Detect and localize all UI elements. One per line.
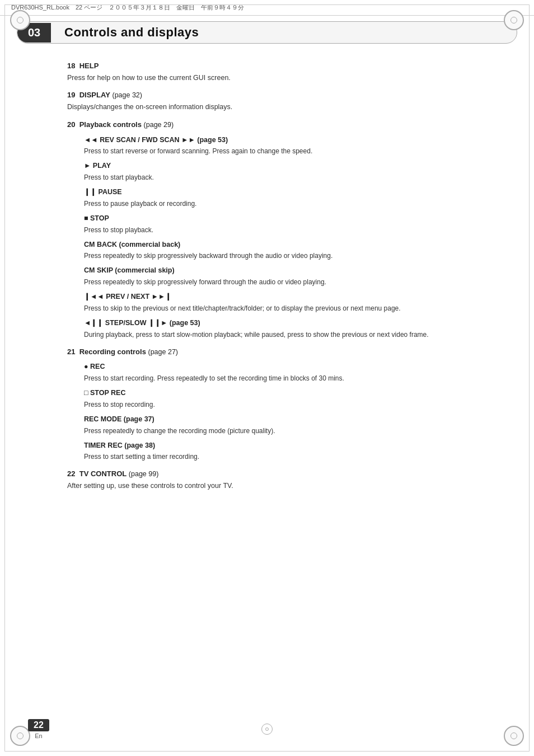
page-number: 22 bbox=[28, 719, 49, 731]
section-18-title: HELP bbox=[79, 62, 99, 70]
center-bottom-mark bbox=[261, 724, 273, 735]
file-header-text: DVR630HS_RL.book 22 ページ ２００５年３月１８日 金曜日 午… bbox=[11, 3, 244, 12]
subsection-step-slow-title: ◄❙❙ STEP/SLOW ❙❙► (page 53) bbox=[84, 318, 484, 328]
subsection-rec-title: ● REC bbox=[84, 361, 484, 372]
section-21-title: Recording controls bbox=[79, 348, 146, 356]
subsection-rec-mode-desc: Press repeatedly to change the recording… bbox=[84, 426, 484, 436]
corner-decoration-tl bbox=[10, 10, 30, 30]
corner-decoration-bl bbox=[10, 726, 30, 746]
subsection-cm-skip: CM SKIP (commercial skip) Press repeated… bbox=[84, 265, 484, 287]
subsection-prev-next-title: ❙◄◄ PREV / NEXT ►►❙ bbox=[84, 292, 484, 302]
subsection-cm-back-title: CM BACK (commercial back) bbox=[84, 240, 484, 250]
section-20-pageref: (page 29) bbox=[144, 121, 174, 129]
section-21-pageref: (page 27) bbox=[148, 348, 179, 356]
subsection-pause: ❙❙ PAUSE Press to pause playback or reco… bbox=[84, 187, 484, 209]
subsection-pause-title: ❙❙ PAUSE bbox=[84, 187, 484, 198]
subsection-timer-rec-title: TIMER REC (page 38) bbox=[84, 440, 484, 451]
subsection-rev-scan-desc: Press to start reverse or forward scanni… bbox=[84, 146, 484, 156]
corner-decoration-br bbox=[504, 726, 524, 746]
section-22: 22 TV CONTROL (page 99) After setting up… bbox=[67, 468, 484, 491]
subsection-prev-next: ❙◄◄ PREV / NEXT ►►❙ Press to skip to the… bbox=[84, 292, 484, 313]
subsection-rev-scan: ◄◄ REV SCAN / FWD SCAN ►► (page 53) Pres… bbox=[84, 135, 484, 157]
subsection-timer-rec-desc: Press to start setting a timer recording… bbox=[84, 452, 484, 462]
section-22-title: TV CONTROL bbox=[79, 469, 127, 478]
section-22-number: 22 bbox=[67, 469, 79, 478]
subsection-stop-rec: □ STOP REC Press to stop recording. bbox=[84, 388, 484, 410]
section-22-desc: After setting up, use these controls to … bbox=[67, 481, 484, 491]
subsection-cm-back: CM BACK (commercial back) Press repeated… bbox=[84, 240, 484, 261]
section-18-number: 18 bbox=[67, 62, 79, 70]
corner-decoration-tr bbox=[504, 10, 524, 30]
chapter-header: 03 Controls and displays bbox=[17, 21, 517, 44]
subsection-play-title: ► PLAY bbox=[84, 161, 484, 171]
section-18-desc: Press for help on how to use the current… bbox=[67, 73, 484, 83]
section-19-desc: Displays/changes the on-screen informati… bbox=[67, 102, 484, 112]
section-20: 20 Playback controls (page 29) ◄◄ REV SC… bbox=[67, 119, 484, 340]
subsection-rev-scan-title: ◄◄ REV SCAN / FWD SCAN ►► (page 53) bbox=[84, 135, 484, 145]
subsection-step-slow-desc: During playback, press to start slow-mot… bbox=[84, 330, 484, 340]
section-19: 19 DISPLAY (page 32) Displays/changes th… bbox=[67, 90, 484, 112]
section-20-title: Playback controls bbox=[79, 120, 142, 129]
subsection-prev-next-desc: Press to skip to the previous or next ti… bbox=[84, 303, 484, 313]
section-22-pageref: (page 99) bbox=[129, 470, 159, 478]
subsection-pause-desc: Press to pause playback or recording. bbox=[84, 199, 484, 209]
subsection-cm-skip-desc: Press repeatedly to skip progressively f… bbox=[84, 277, 484, 287]
subsection-play: ► PLAY Press to start playback. bbox=[84, 161, 484, 182]
section-19-number: 19 bbox=[67, 91, 79, 99]
section-19-pageref: (page 32) bbox=[112, 91, 142, 99]
subsection-rec-desc: Press to start recording. Press repeated… bbox=[84, 373, 484, 383]
page-footer: 22 En bbox=[28, 719, 49, 739]
section-22-header: 22 TV CONTROL (page 99) bbox=[67, 468, 484, 480]
subsection-stop-title: ■ STOP bbox=[84, 213, 484, 224]
subsection-rec: ● REC Press to start recording. Press re… bbox=[84, 361, 484, 383]
subsection-stop: ■ STOP Press to stop playback. bbox=[84, 213, 484, 235]
subsection-cm-back-desc: Press repeatedly to skip progressively b… bbox=[84, 251, 484, 261]
section-20-number: 20 bbox=[67, 120, 79, 129]
section-18-header: 18 HELP bbox=[67, 60, 484, 72]
subsection-play-desc: Press to start playback. bbox=[84, 172, 484, 182]
main-content: 18 HELP Press for help on how to use the… bbox=[67, 60, 484, 491]
page-lang: En bbox=[35, 732, 42, 739]
section-20-header: 20 Playback controls (page 29) bbox=[67, 119, 484, 130]
subsection-step-slow: ◄❙❙ STEP/SLOW ❙❙► (page 53) During playb… bbox=[84, 318, 484, 340]
subsection-timer-rec: TIMER REC (page 38) Press to start setti… bbox=[84, 440, 484, 462]
subsection-rec-mode-title: REC MODE (page 37) bbox=[84, 414, 484, 425]
section-18: 18 HELP Press for help on how to use the… bbox=[67, 60, 484, 83]
section-21-number: 21 bbox=[67, 348, 79, 356]
subsection-stop-desc: Press to stop playback. bbox=[84, 225, 484, 235]
subsection-rec-mode: REC MODE (page 37) Press repeatedly to c… bbox=[84, 414, 484, 436]
section-21: 21 Recording controls (page 27) ● REC Pr… bbox=[67, 346, 484, 462]
subsection-stop-rec-desc: Press to stop recording. bbox=[84, 400, 484, 410]
chapter-title: Controls and displays bbox=[51, 22, 212, 43]
section-19-title: DISPLAY bbox=[79, 91, 110, 99]
section-19-header: 19 DISPLAY (page 32) bbox=[67, 90, 484, 101]
subsection-cm-skip-title: CM SKIP (commercial skip) bbox=[84, 265, 484, 276]
section-21-header: 21 Recording controls (page 27) bbox=[67, 346, 484, 358]
file-header: DVR630HS_RL.book 22 ページ ２００５年３月１８日 金曜日 午… bbox=[0, 0, 534, 16]
subsection-stop-rec-title: □ STOP REC bbox=[84, 388, 484, 398]
